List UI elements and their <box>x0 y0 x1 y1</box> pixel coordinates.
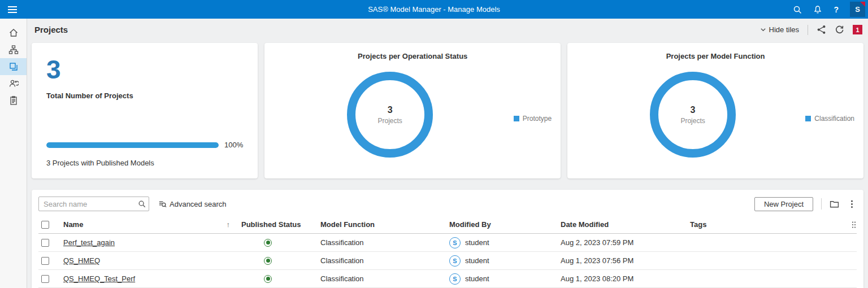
legend-label: Prototype <box>523 115 552 123</box>
date-modified-value: Aug 1, 2023 08:20 PM <box>558 274 688 283</box>
page-title: Projects <box>34 25 68 34</box>
app-title: SAS® Model Manager - Manage Models <box>368 5 500 14</box>
donut-chart-model-function: 3 Projects <box>650 72 736 158</box>
project-name-link[interactable]: Perf_test_again <box>63 238 115 247</box>
tile-title: Projects per Model Function <box>576 52 854 60</box>
donut-label: Projects <box>680 117 705 125</box>
modified-by-value: student <box>465 256 489 265</box>
hamburger-icon <box>8 5 17 15</box>
sidebar-item-performance[interactable] <box>0 75 27 92</box>
clipboard-icon <box>8 95 19 106</box>
user-avatar: S <box>449 255 461 267</box>
refresh-icon[interactable] <box>835 25 844 34</box>
column-label: Name <box>63 220 83 229</box>
table-toolbar-right: New Project <box>754 197 857 211</box>
chart-legend: Prototype <box>514 115 552 123</box>
user-avatar: S <box>449 237 461 248</box>
left-sidebar <box>0 19 27 288</box>
progress-label: 100% <box>224 141 243 149</box>
donut-value: 3 <box>388 105 393 115</box>
kpi-progress: 100% <box>46 141 243 149</box>
kpi-title: Total Number of Projects <box>46 91 243 100</box>
donut-value: 3 <box>691 105 696 115</box>
sidebar-item-tasks[interactable] <box>0 92 27 109</box>
progress-bar <box>46 142 219 148</box>
project-name-link[interactable]: QS_HMEQ_Test_Perf <box>63 274 135 283</box>
project-name-link[interactable]: QS_HMEQ <box>63 256 100 265</box>
advanced-search-icon <box>158 200 167 208</box>
page-header-actions: Hide tiles 1 <box>760 25 862 35</box>
column-header-modified-by[interactable]: Modified By <box>447 220 558 229</box>
model-function-value: Classification <box>318 256 447 265</box>
donut-chart-operational-status: 3 Projects <box>347 72 433 158</box>
sidebar-item-home[interactable] <box>0 24 27 41</box>
projects-table-card: Advanced search New Project Name <box>32 190 863 288</box>
hide-tiles-toggle[interactable]: Hide tiles <box>760 25 799 34</box>
tile-operational-status: Projects per Operational Status 3 Projec… <box>264 43 561 178</box>
row-checkbox[interactable] <box>41 275 49 283</box>
kpi-caption: 3 Projects with Published Models <box>46 159 243 167</box>
table-row[interactable]: QS_HMEQ_Test_Perf Classification S stude… <box>38 270 857 288</box>
more-options-kebab-icon[interactable] <box>847 199 857 209</box>
folder-icon[interactable] <box>830 199 839 209</box>
topbar-actions: ? S <box>793 2 868 17</box>
column-options-icon[interactable] <box>851 221 857 229</box>
tile-total-projects: 3 Total Number of Projects 100% 3 Projec… <box>32 43 258 178</box>
published-status-icon <box>264 257 272 265</box>
model-function-value: Classification <box>318 274 447 283</box>
copy-icon <box>8 62 19 72</box>
sitemap-icon <box>8 45 19 55</box>
modified-by-value: student <box>465 274 489 283</box>
date-modified-value: Aug 2, 2023 07:59 PM <box>558 238 688 247</box>
sidebar-item-models[interactable] <box>0 41 27 58</box>
progress-fill <box>46 142 219 148</box>
search-icon[interactable] <box>138 200 146 208</box>
advanced-search-button[interactable]: Advanced search <box>158 200 226 208</box>
advanced-search-label: Advanced search <box>170 200 226 208</box>
table-row[interactable]: Perf_test_again Classification S student… <box>38 234 857 252</box>
legend-swatch <box>805 116 811 121</box>
column-header-published-status[interactable]: Published Status <box>239 220 318 229</box>
new-project-button[interactable]: New Project <box>754 197 813 211</box>
help-icon[interactable]: ? <box>834 5 839 14</box>
user-avatar[interactable]: S <box>850 2 865 17</box>
user-avatar: S <box>449 273 461 285</box>
sort-ascending-icon[interactable]: ↑ <box>227 220 231 229</box>
table-header-row: Name ↑ Published Status Model Function M… <box>38 216 857 234</box>
published-status-icon <box>264 239 272 247</box>
chevron-down-icon <box>760 27 766 33</box>
hide-tiles-label: Hide tiles <box>769 25 799 34</box>
tile-model-function: Projects per Model Function 3 Projects C… <box>567 43 863 178</box>
donut-label: Projects <box>378 117 402 125</box>
row-checkbox[interactable] <box>41 257 49 265</box>
search-box <box>38 197 149 211</box>
menu-button[interactable] <box>0 0 25 19</box>
select-all-checkbox[interactable] <box>41 221 49 229</box>
table-toolbar: Advanced search New Project <box>38 197 857 211</box>
sidebar-item-projects[interactable] <box>0 58 27 75</box>
home-icon <box>8 28 19 38</box>
column-header-tags[interactable]: Tags <box>688 220 844 229</box>
table-row[interactable]: QS_HMEQ Classification S student Aug 1, … <box>38 252 857 270</box>
model-function-value: Classification <box>318 238 447 247</box>
modified-by-value: student <box>465 238 489 247</box>
row-checkbox[interactable] <box>41 239 49 247</box>
chart-legend: Classification <box>805 115 854 123</box>
dashboard-tiles: 3 Total Number of Projects 100% 3 Projec… <box>27 41 868 178</box>
search-icon[interactable] <box>793 5 802 14</box>
notifications-bell-icon[interactable] <box>813 5 822 14</box>
column-header-name[interactable]: Name ↑ <box>61 220 239 229</box>
search-input[interactable] <box>38 197 149 211</box>
share-icon[interactable] <box>817 25 826 34</box>
legend-label: Classification <box>814 115 854 123</box>
header-divider <box>808 25 808 35</box>
legend-swatch <box>514 116 519 121</box>
app-topbar: SAS® Model Manager - Manage Models ? S <box>0 0 868 19</box>
alerts-count-badge[interactable]: 1 <box>853 25 862 34</box>
column-header-model-function[interactable]: Model Function <box>318 220 447 229</box>
tile-title: Projects per Operational Status <box>274 52 552 60</box>
column-header-date-modified[interactable]: Date Modified <box>558 220 688 229</box>
page-header: Projects Hide tiles 1 <box>27 19 868 41</box>
toolbar-divider <box>821 198 822 210</box>
app-layout: Projects Hide tiles 1 <box>0 19 868 288</box>
